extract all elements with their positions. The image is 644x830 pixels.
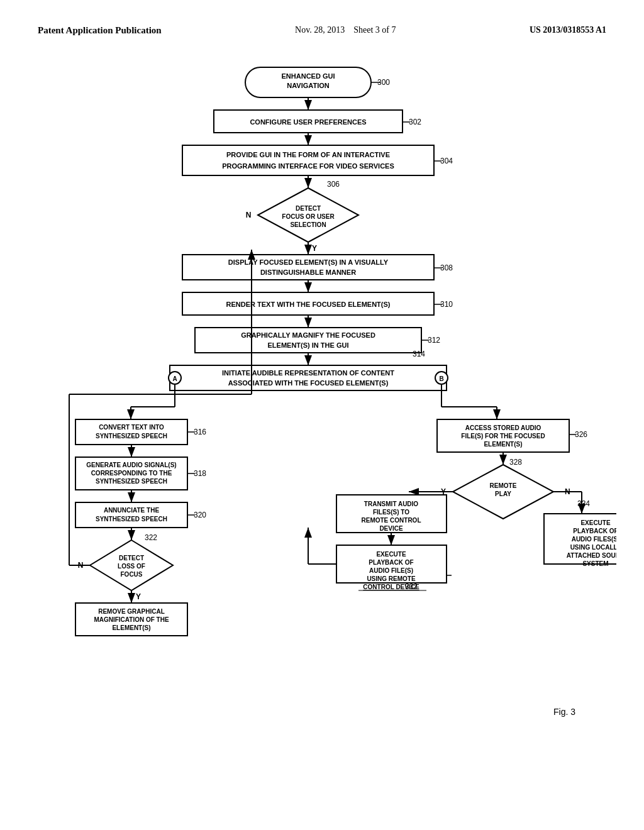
svg-text:GRAPHICALLY MAGNIFY THE FOCUSE: GRAPHICALLY MAGNIFY THE FOCUSED (241, 331, 375, 339)
svg-text:PLAY: PLAY (495, 490, 511, 497)
svg-text:B: B (439, 375, 443, 382)
svg-text:Fig. 3: Fig. 3 (553, 707, 575, 717)
svg-text:FOCUS OR USER: FOCUS OR USER (282, 213, 335, 220)
svg-text:LOSS OF: LOSS OF (118, 563, 145, 570)
svg-text:308: 308 (440, 263, 453, 272)
svg-text:304: 304 (440, 157, 453, 165)
svg-text:DEVICE: DEVICE (379, 525, 403, 532)
svg-text:302: 302 (409, 118, 421, 126)
svg-rect-13 (182, 145, 434, 175)
svg-text:ATTACHED SOUND: ATTACHED SOUND (567, 552, 616, 559)
svg-text:EXECUTE: EXECUTE (376, 551, 406, 558)
svg-text:FILES(S) TO: FILES(S) TO (373, 509, 409, 516)
svg-text:SYNTHESIZED SPEECH: SYNTHESIZED SPEECH (96, 516, 167, 523)
svg-text:PROGRAMMING INTERFACE FOR VIDE: PROGRAMMING INTERFACE FOR VIDEO SERVICES (222, 162, 394, 170)
svg-text:PLAYBACK OF: PLAYBACK OF (573, 528, 616, 534)
svg-text:ELEMENT(S): ELEMENT(S) (112, 624, 150, 631)
svg-text:REMOTE CONTROL: REMOTE CONTROL (362, 517, 421, 524)
svg-text:DISTINGUISHABLE MANNER: DISTINGUISHABLE MANNER (260, 268, 356, 276)
flowchart-diagram: ENHANCED GUI NAVIGATION 300 CONFIGURE US… (38, 55, 616, 790)
svg-text:320: 320 (194, 511, 206, 519)
svg-text:A: A (172, 375, 177, 382)
svg-text:SELECTION: SELECTION (290, 221, 326, 228)
svg-text:312: 312 (428, 336, 440, 345)
svg-text:CORRESPONDING TO THE: CORRESPONDING TO THE (91, 470, 172, 477)
svg-text:ELEMENT(S) IN THE GUI: ELEMENT(S) IN THE GUI (268, 341, 349, 349)
svg-text:326: 326 (575, 430, 587, 439)
svg-text:328: 328 (509, 458, 522, 467)
publication-date-sheet: Nov. 28, 2013 Sheet 3 of 7 (295, 25, 396, 35)
svg-text:332: 332 (405, 582, 418, 591)
svg-text:ANNUNCIATE THE: ANNUNCIATE THE (104, 507, 159, 514)
pub-date: Nov. 28, 2013 (295, 25, 345, 35)
svg-text:MAGNIFICATION OF THE: MAGNIFICATION OF THE (94, 616, 169, 623)
svg-text:316: 316 (194, 428, 206, 436)
svg-text:334: 334 (577, 499, 590, 508)
svg-text:DETECT: DETECT (119, 555, 144, 562)
svg-text:PROVIDE GUI IN THE FORM OF AN : PROVIDE GUI IN THE FORM OF AN INTERACTIV… (226, 151, 390, 158)
publication-label: Patent Application Publication (38, 25, 162, 36)
svg-text:FILE(S) FOR THE FOCUSED: FILE(S) FOR THE FOCUSED (461, 433, 545, 440)
svg-text:FOCUS: FOCUS (121, 571, 143, 578)
svg-text:REMOTE: REMOTE (490, 482, 517, 489)
svg-text:314: 314 (413, 350, 425, 358)
svg-text:SYNTHESIZED SPEECH: SYNTHESIZED SPEECH (96, 433, 167, 440)
svg-text:ELEMENT(S): ELEMENT(S) (484, 441, 522, 448)
svg-rect-68 (75, 502, 187, 528)
sheet-info: Sheet 3 of 7 (353, 25, 396, 35)
svg-text:USING REMOTE: USING REMOTE (367, 575, 416, 582)
svg-text:ENHANCED GUI: ENHANCED GUI (282, 72, 335, 80)
patent-number: US 2013/0318553 A1 (530, 25, 606, 35)
svg-text:INITIATE AUDIBLE REPRESENTATIO: INITIATE AUDIBLE REPRESENTATION OF CONTE… (222, 369, 394, 377)
svg-text:USING LOCALLY: USING LOCALLY (570, 544, 616, 551)
svg-text:Y: Y (136, 592, 141, 601)
svg-text:Y: Y (312, 244, 317, 253)
svg-text:DISPLAY FOCUSED ELEMENT(S) IN : DISPLAY FOCUSED ELEMENT(S) IN A VISUALLY (228, 258, 389, 266)
svg-text:310: 310 (440, 300, 453, 309)
svg-text:TRANSMIT AUDIO: TRANSMIT AUDIO (364, 501, 419, 507)
svg-text:CONVERT TEXT INTO: CONVERT TEXT INTO (99, 424, 164, 431)
svg-text:GENERATE AUDIO SIGNAL(S): GENERATE AUDIO SIGNAL(S) (86, 462, 176, 468)
svg-text:AUDIO FILE(S): AUDIO FILE(S) (369, 567, 413, 574)
svg-text:AUDIO FILES(S): AUDIO FILES(S) (572, 536, 616, 543)
svg-text:ACCESS STORED AUDIO: ACCESS STORED AUDIO (465, 424, 541, 431)
svg-text:REMOVE GRAPHICAL: REMOVE GRAPHICAL (98, 608, 165, 615)
svg-text:306: 306 (327, 180, 340, 189)
svg-text:322: 322 (145, 533, 157, 542)
page-header: Patent Application Publication Nov. 28, … (38, 25, 606, 36)
svg-text:PLAYBACK OF: PLAYBACK OF (369, 559, 413, 566)
svg-text:N: N (246, 211, 252, 219)
svg-rect-55 (75, 419, 187, 445)
svg-text:SYSTEM: SYSTEM (582, 560, 608, 567)
svg-text:DETECT: DETECT (296, 205, 321, 212)
svg-text:318: 318 (194, 469, 206, 478)
svg-text:NAVIGATION: NAVIGATION (287, 82, 329, 89)
svg-text:RENDER TEXT WITH THE FOCUSED E: RENDER TEXT WITH THE FOCUSED ELEMENT(S) (226, 301, 391, 308)
svg-text:CONFIGURE USER PREFERENCES: CONFIGURE USER PREFERENCES (250, 118, 366, 126)
svg-text:EXECUTE: EXECUTE (580, 519, 611, 526)
page: Patent Application Publication Nov. 28, … (0, 0, 644, 830)
svg-text:SYNTHESIZED SPEECH: SYNTHESIZED SPEECH (96, 478, 167, 485)
